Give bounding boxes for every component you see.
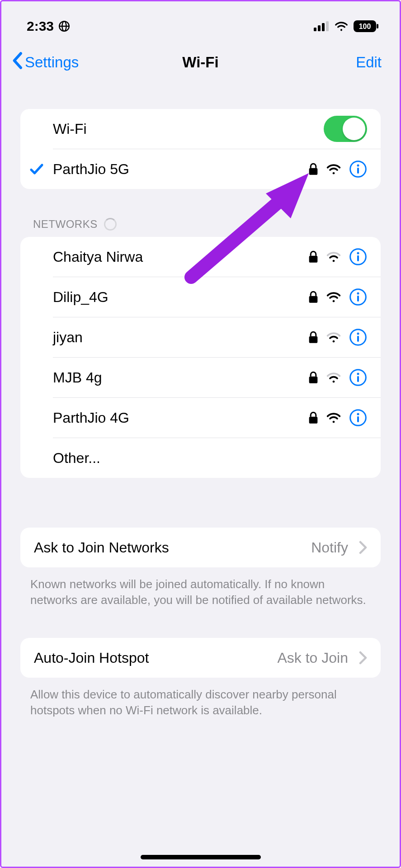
svg-rect-17 [357,255,359,261]
network-name: jiyan [53,318,308,357]
auto-join-footer: Allow this device to automatically disco… [30,687,371,718]
auto-join-group: Auto-Join Hotspot Ask to Join [20,638,381,678]
lock-icon [308,291,318,303]
loading-spinner-icon [104,218,117,231]
svg-point-12 [357,165,359,167]
svg-rect-8 [377,24,378,28]
wifi-status-icon [335,21,348,31]
svg-point-16 [357,252,359,255]
svg-rect-3 [314,28,316,31]
info-icon[interactable] [349,288,367,306]
chevron-left-icon [11,52,23,73]
network-row[interactable]: jiyan [20,317,381,357]
ask-to-join-value: Notify [311,539,348,556]
info-icon[interactable] [349,160,367,178]
svg-point-20 [357,292,359,295]
ask-to-join-row[interactable]: Ask to Join Networks Notify [20,528,381,567]
wifi-toggle-switch[interactable] [324,116,367,142]
svg-point-24 [357,333,359,335]
network-row[interactable]: MJB 4g [20,358,381,397]
connected-network-row[interactable]: ParthJio 5G [20,149,381,189]
svg-rect-13 [357,168,359,174]
info-icon[interactable] [349,248,367,266]
svg-rect-26 [309,377,318,383]
network-name: MJB 4g [53,359,308,397]
ask-to-join-label: Ask to Join Networks [20,528,311,567]
available-networks-group: Chaitya NirwaDilip_4GjiyanMJB 4gParthJio… [20,237,381,478]
info-icon[interactable] [349,368,367,387]
back-button[interactable]: Settings [11,52,79,73]
other-network-label: Other... [53,439,367,477]
status-bar: 2:33 100 [1,1,400,38]
lock-icon [308,250,318,263]
svg-point-32 [357,413,359,415]
lock-icon [308,331,318,344]
svg-rect-25 [357,336,359,342]
other-network-row[interactable]: Other... [20,438,381,478]
cellular-signal-icon [314,21,329,31]
wifi-toggle-label: Wi-Fi [53,110,324,148]
wifi-signal-icon [326,332,341,343]
wifi-signal-icon [326,164,341,175]
auto-join-label: Auto-Join Hotspot [20,639,277,677]
network-name: ParthJio 4G [53,399,308,437]
edit-button[interactable]: Edit [356,54,382,71]
chevron-right-icon [359,651,367,665]
info-icon[interactable] [349,409,367,427]
lock-icon [308,371,318,384]
svg-rect-22 [309,336,318,343]
svg-rect-21 [357,296,359,302]
network-row[interactable]: ParthJio 4G [20,398,381,438]
svg-rect-10 [309,168,318,175]
ask-to-join-footer: Known networks will be joined automatica… [30,576,371,608]
svg-rect-33 [357,416,359,422]
wifi-signal-icon [326,412,341,423]
status-time: 2:33 [27,19,54,34]
svg-rect-5 [322,23,325,31]
auto-join-value: Ask to Join [277,650,348,666]
checkmark-icon [28,161,45,177]
lock-icon [308,163,318,175]
connected-network-name: ParthJio 5G [53,150,308,189]
network-row[interactable]: Chaitya Nirwa [20,237,381,277]
svg-point-28 [357,373,359,375]
lock-icon [308,411,318,424]
network-name: Chaitya Nirwa [53,238,308,276]
info-icon[interactable] [349,328,367,346]
location-globe-icon [58,20,70,32]
back-label: Settings [25,54,79,71]
svg-text:100: 100 [359,23,371,30]
wifi-main-group: Wi-Fi ParthJio 5G [20,109,381,189]
nav-bar: Settings Wi-Fi Edit [1,38,400,85]
svg-rect-30 [309,417,318,424]
svg-rect-4 [318,25,321,31]
svg-rect-6 [326,21,329,31]
networks-section-title: NETWORKS [33,218,98,231]
chevron-right-icon [359,541,367,554]
wifi-signal-icon [326,372,341,383]
network-row[interactable]: Dilip_4G [20,277,381,317]
ask-to-join-group: Ask to Join Networks Notify [20,528,381,567]
svg-rect-14 [309,256,318,263]
wifi-signal-icon [326,251,341,262]
battery-icon: 100 [354,20,379,32]
svg-rect-18 [309,296,318,303]
svg-rect-29 [357,376,359,382]
home-indicator [141,855,261,859]
wifi-toggle-row[interactable]: Wi-Fi [20,109,381,149]
networks-section-header: NETWORKS [33,218,368,231]
network-name: Dilip_4G [53,278,308,316]
wifi-signal-icon [326,292,341,302]
auto-join-row[interactable]: Auto-Join Hotspot Ask to Join [20,638,381,678]
